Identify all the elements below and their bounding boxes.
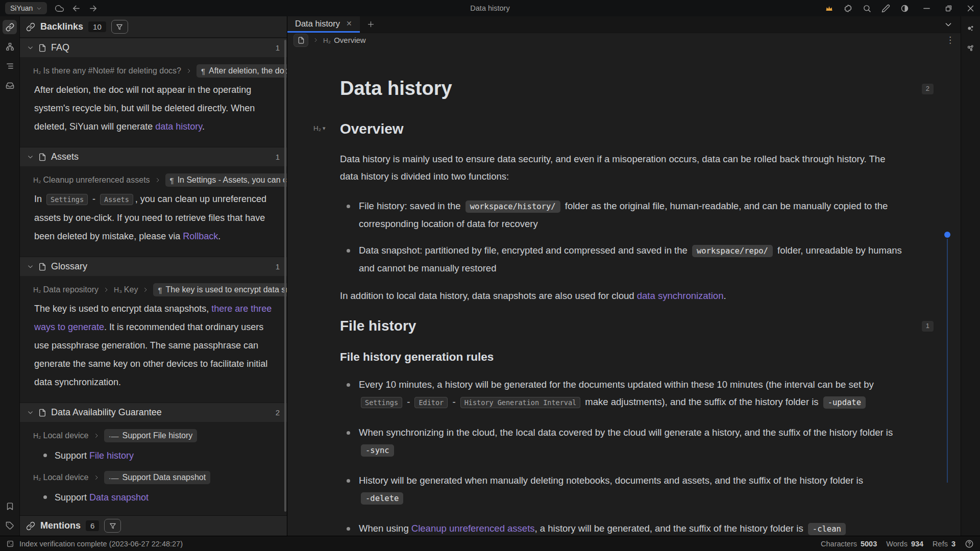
membership-crown-icon[interactable] bbox=[825, 4, 834, 13]
doc-paragraph[interactable]: Data history is mainly used to ensure da… bbox=[340, 151, 904, 185]
breadcrumb-heading[interactable]: H₂Data repository bbox=[33, 285, 99, 294]
ref-link[interactable]: there are three ways to generate bbox=[34, 304, 272, 332]
filter-icon bbox=[116, 23, 123, 31]
breadcrumb-heading[interactable]: H₃Key bbox=[114, 285, 138, 294]
panel-scrollbar[interactable] bbox=[284, 40, 286, 512]
forward-icon[interactable] bbox=[89, 4, 97, 13]
code-chip: -delete bbox=[361, 492, 403, 505]
scroll-indicator[interactable] bbox=[944, 232, 950, 483]
editor[interactable]: Data history2H₂▾OverviewData history is … bbox=[287, 47, 961, 536]
left-dock-top bbox=[3, 20, 17, 92]
doc-heading[interactable]: Data history2 bbox=[340, 78, 904, 99]
chevron-right-icon bbox=[186, 68, 192, 74]
breadcrumb-chip[interactable]: ¶In Settings - Assets, you can clea bbox=[165, 173, 287, 187]
filter-button[interactable] bbox=[111, 20, 128, 34]
tab-bar: Data history ✕ bbox=[287, 16, 961, 33]
tab-close-icon[interactable]: ✕ bbox=[346, 19, 352, 28]
chevron-down-icon[interactable] bbox=[27, 154, 34, 160]
breadcrumb-heading[interactable]: H₂Local device bbox=[33, 473, 89, 482]
dock-bookmark[interactable] bbox=[3, 499, 17, 513]
doc-list-item[interactable]: Every 10 minutes, a history will be gene… bbox=[340, 376, 904, 411]
backlinks-body: FAQ1H₂Is there any #Note# for deleting d… bbox=[20, 38, 287, 515]
heading-gutter[interactable]: H₂▾ bbox=[313, 124, 326, 132]
breadcrumb-chip[interactable]: ¶The key is used to encrypt data sna bbox=[153, 283, 287, 296]
cloud-sync-icon[interactable] bbox=[55, 4, 64, 13]
backlink-breadcrumb[interactable]: H₂Cleanup unreferenced assets¶In Setting… bbox=[20, 173, 287, 187]
doc-list-item[interactable]: When using Cleanup unreferenced assets, … bbox=[340, 520, 904, 536]
scroll-line bbox=[947, 239, 948, 483]
backlink-paragraph[interactable]: The key is used to encrypt data snapshot… bbox=[20, 299, 287, 391]
dock-backlinks[interactable] bbox=[3, 20, 17, 34]
marketplace-icon[interactable] bbox=[844, 4, 852, 13]
dock-graph-cluster[interactable] bbox=[964, 41, 978, 55]
ref-link[interactable]: File history bbox=[89, 450, 134, 461]
breadcrumb-chip[interactable]: ·—Support Data snapshot bbox=[104, 471, 211, 484]
section-title: Glossary bbox=[51, 261, 87, 272]
chevron-right-icon bbox=[93, 474, 100, 481]
ref-link[interactable]: data synchronization bbox=[637, 290, 724, 301]
ref-link[interactable]: Cleanup unreferenced assets bbox=[411, 523, 535, 534]
backlink-count-badge[interactable]: 2 bbox=[922, 84, 934, 94]
doc-paragraph[interactable]: In addition to local data history, data … bbox=[340, 287, 904, 305]
appearance-icon[interactable] bbox=[900, 4, 909, 13]
doc-list-item[interactable]: File history: saved in the workspace/his… bbox=[340, 197, 904, 233]
doc-list-item[interactable]: Data snapshot: partitioned by file, encr… bbox=[340, 242, 904, 277]
chevron-down-icon[interactable] bbox=[27, 409, 34, 416]
dock-backlink-dots[interactable] bbox=[964, 21, 978, 36]
section-content: H₂Data repositoryH₃Key¶The key is used t… bbox=[20, 276, 287, 403]
ref-link[interactable]: data history bbox=[155, 121, 202, 132]
back-icon[interactable] bbox=[72, 4, 81, 13]
dock-tag[interactable] bbox=[3, 518, 17, 533]
search-icon[interactable] bbox=[863, 4, 871, 13]
close-icon[interactable] bbox=[966, 4, 975, 13]
chevron-down-icon[interactable] bbox=[27, 44, 34, 51]
backlink-section-header[interactable]: Assets1 bbox=[20, 147, 287, 166]
scroll-dot-icon[interactable] bbox=[944, 232, 950, 238]
backlink-section-header[interactable]: FAQ1 bbox=[20, 38, 287, 57]
dock-inbox[interactable] bbox=[3, 78, 17, 92]
mentions-bar[interactable]: Mentions 6 bbox=[20, 515, 287, 536]
dock-outline[interactable] bbox=[3, 59, 17, 73]
help-icon[interactable] bbox=[965, 539, 974, 548]
ref-link[interactable]: Rollback bbox=[183, 231, 218, 241]
minimize-icon[interactable] bbox=[922, 4, 931, 13]
file-icon bbox=[38, 263, 46, 271]
backlink-breadcrumb[interactable]: H₂Is there any #Note# for deleting docs?… bbox=[20, 64, 287, 78]
backlink-breadcrumb[interactable]: H₂Local device·—Support File history bbox=[20, 429, 287, 442]
tab-data-history[interactable]: Data history ✕ bbox=[287, 16, 360, 33]
tab-list-button[interactable] bbox=[944, 16, 961, 33]
maximize-restore-icon[interactable] bbox=[944, 4, 953, 13]
doc-heading[interactable]: File history1 bbox=[340, 318, 904, 334]
mentions-filter-button[interactable] bbox=[104, 519, 121, 533]
backlink-list-item[interactable]: Support File history bbox=[20, 447, 287, 464]
backlink-paragraph[interactable]: After deletion, the doc will not appear … bbox=[20, 81, 287, 136]
doc-list-item[interactable]: History will be generated when manually … bbox=[340, 472, 904, 507]
backlink-paragraph[interactable]: In Settings - Assets, you can clean up u… bbox=[20, 190, 287, 245]
breadcrumb-chip[interactable]: ·—Support File history bbox=[104, 429, 198, 442]
backlink-count-badge[interactable]: 1 bbox=[922, 321, 934, 332]
backlink-breadcrumb[interactable]: H₂Data repositoryH₃Key¶The key is used t… bbox=[20, 283, 287, 296]
breadcrumb-chip[interactable]: ¶After deletion, the doc bbox=[197, 64, 287, 78]
document-icon-button[interactable] bbox=[293, 34, 308, 47]
doc-heading[interactable]: File history generation rules bbox=[340, 350, 904, 364]
code-chip: -update bbox=[823, 396, 866, 409]
backlink-section-header[interactable]: Data Availability Guarantee2 bbox=[20, 403, 287, 422]
doc-list-item[interactable]: When synchronizing in the cloud, the loc… bbox=[340, 424, 904, 459]
edit-mode-icon[interactable] bbox=[881, 4, 890, 13]
breadcrumb-item-overview[interactable]: H₂ Overview bbox=[323, 36, 366, 44]
stat-refs: Refs3 bbox=[933, 540, 955, 548]
breadcrumb-heading[interactable]: H₂Cleanup unreferenced assets bbox=[33, 176, 150, 185]
doc-heading[interactable]: H₂▾Overview bbox=[340, 121, 904, 137]
ref-link[interactable]: Data snapshot bbox=[89, 492, 149, 503]
more-icon[interactable]: ⋮ bbox=[946, 35, 954, 45]
dock-graph[interactable] bbox=[3, 39, 17, 54]
backlink-list-item[interactable]: Support Data snapshot bbox=[20, 489, 287, 506]
breadcrumb-heading[interactable]: H₂Local device bbox=[33, 431, 89, 440]
chevron-down-icon[interactable] bbox=[27, 263, 34, 270]
backlink-section-header[interactable]: Glossary1 bbox=[20, 257, 287, 276]
new-tab-button[interactable] bbox=[360, 16, 382, 33]
app-menu-button[interactable]: SiYuan bbox=[5, 2, 47, 14]
backlink-breadcrumb[interactable]: H₂Local device·—Support Data snapshot bbox=[20, 471, 287, 484]
kbd-chip: Settings bbox=[361, 397, 402, 408]
breadcrumb-heading[interactable]: H₂Is there any #Note# for deleting docs? bbox=[33, 66, 181, 76]
